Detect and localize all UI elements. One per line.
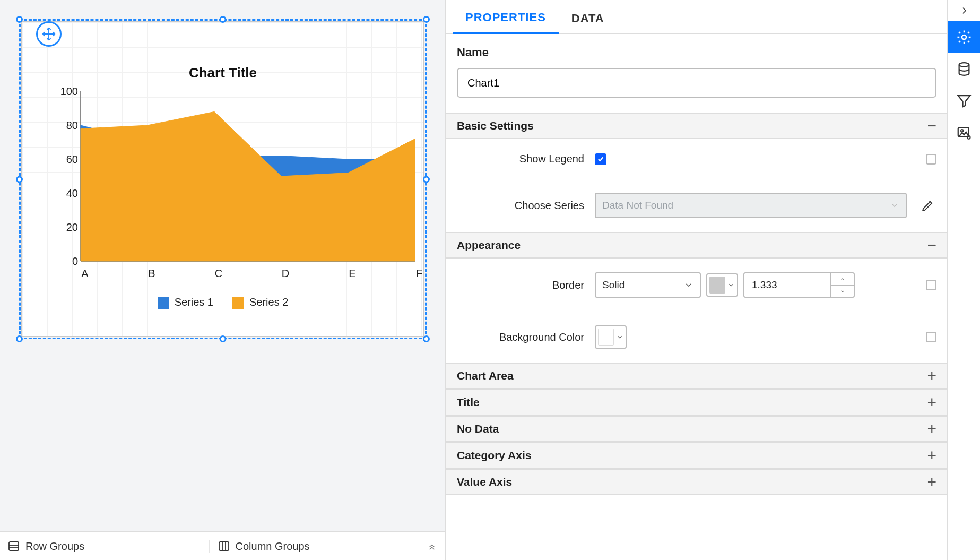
svg-rect-5 (219, 542, 229, 550)
properties-pane: PROPERTIES DATA Name Basic Settings − Sh… (446, 0, 948, 560)
section-value-axis[interactable]: Value Axis+ (446, 469, 947, 495)
chart-title: Chart Title (22, 65, 423, 81)
section-label: Basic Settings (457, 119, 534, 132)
resize-handle[interactable] (423, 16, 430, 23)
x-tick: C (215, 268, 222, 280)
database-icon (956, 61, 972, 77)
advanced-toggle[interactable] (926, 332, 936, 342)
resize-handle[interactable] (16, 176, 23, 183)
border-width-input[interactable]: 1.333 (743, 272, 855, 298)
select-value: Data Not Found (602, 200, 673, 211)
y-tick: 80 (66, 119, 78, 132)
y-tick: 60 (66, 153, 78, 166)
chevron-right-icon (959, 6, 969, 15)
svg-point-9 (959, 63, 969, 67)
chevron-down-icon (890, 201, 899, 210)
plus-icon: + (927, 474, 936, 490)
x-tick: A (81, 268, 88, 280)
gear-icon (956, 29, 972, 45)
groups-footer: Row Groups Column Groups (0, 531, 445, 560)
x-tick: E (349, 268, 355, 280)
resize-handle[interactable] (423, 335, 430, 342)
chart-box: Chart Title 0 20 40 60 80 100 (21, 21, 424, 337)
section-category-axis[interactable]: Category Axis+ (446, 442, 947, 469)
rail-image[interactable] (948, 117, 980, 149)
rail-properties[interactable] (948, 21, 980, 53)
resize-handle[interactable] (423, 176, 430, 183)
column-groups[interactable]: Column Groups (209, 540, 419, 553)
plus-icon: + (927, 421, 936, 437)
section-label: Appearance (457, 239, 521, 252)
rail-collapse[interactable] (948, 0, 980, 21)
move-handle[interactable] (36, 21, 62, 47)
check-icon (597, 156, 604, 163)
advanced-toggle[interactable] (926, 154, 936, 165)
legend-item: Series 2 (232, 296, 288, 309)
legend-label: Series 2 (249, 296, 288, 308)
svg-point-11 (961, 130, 964, 132)
resize-handle[interactable] (220, 16, 227, 23)
select-value: Solid (602, 279, 625, 291)
step-down[interactable] (831, 286, 854, 297)
x-tick: B (148, 268, 155, 280)
row-groups-label: Row Groups (25, 540, 84, 553)
legend-label: Series 1 (175, 296, 213, 308)
svg-point-8 (962, 35, 966, 39)
plus-icon: + (927, 394, 936, 410)
choose-series-label: Choose Series (457, 200, 595, 212)
chevron-down-icon (839, 289, 846, 294)
chevrons-up-icon (427, 541, 437, 551)
border-color-picker[interactable] (706, 273, 738, 297)
show-legend-checkbox[interactable] (595, 153, 606, 165)
section-label: No Data (457, 423, 499, 435)
plus-icon: + (927, 447, 936, 463)
y-tick: 100 (60, 85, 78, 98)
x-tick: D (282, 268, 289, 280)
chart-legend: Series 1 Series 2 (22, 296, 423, 309)
section-appearance[interactable]: Appearance − (446, 232, 947, 259)
edit-series-button[interactable] (920, 197, 936, 214)
groups-collapse[interactable] (419, 541, 445, 551)
minus-icon: − (927, 118, 936, 134)
step-up[interactable] (831, 273, 854, 286)
color-swatch (709, 277, 725, 294)
section-label: Chart Area (457, 369, 514, 382)
chevron-up-icon (839, 277, 846, 282)
legend-item: Series 1 (158, 296, 213, 309)
svg-point-12 (967, 136, 970, 139)
name-input[interactable] (457, 68, 936, 98)
section-label: Category Axis (457, 449, 531, 462)
color-swatch (598, 329, 614, 346)
x-tick: F (416, 268, 422, 280)
funnel-icon (956, 93, 972, 109)
bg-color-picker[interactable] (595, 325, 627, 349)
tab-properties[interactable]: PROPERTIES (453, 11, 559, 34)
advanced-toggle[interactable] (926, 280, 936, 290)
resize-handle[interactable] (16, 335, 23, 342)
rail-data[interactable] (948, 53, 980, 85)
row-groups[interactable]: Row Groups (0, 540, 209, 553)
plus-icon: + (927, 368, 936, 384)
move-icon (41, 27, 56, 41)
border-style-select[interactable]: Solid (595, 272, 701, 298)
border-label: Border (457, 279, 595, 291)
choose-series-select[interactable]: Data Not Found (595, 193, 907, 218)
y-tick: 0 (72, 255, 78, 268)
name-label: Name (446, 34, 947, 63)
resize-handle[interactable] (220, 335, 227, 342)
section-chart-area[interactable]: Chart Area+ (446, 363, 947, 389)
section-basic-settings[interactable]: Basic Settings − (446, 113, 947, 139)
design-canvas[interactable]: Chart Title 0 20 40 60 80 100 (0, 0, 445, 531)
section-no-data[interactable]: No Data+ (446, 416, 947, 442)
section-title[interactable]: Title+ (446, 389, 947, 416)
rail-filter[interactable] (948, 85, 980, 117)
tab-data[interactable]: DATA (559, 12, 617, 33)
resize-handle[interactable] (16, 16, 23, 23)
image-settings-icon (956, 125, 972, 141)
rows-icon (7, 540, 20, 553)
minus-icon: − (927, 237, 936, 253)
chart-design-item[interactable]: Chart Title 0 20 40 60 80 100 (11, 11, 435, 348)
chevron-down-icon (727, 281, 735, 289)
section-label: Title (457, 396, 480, 409)
bg-color-label: Background Color (457, 331, 595, 343)
